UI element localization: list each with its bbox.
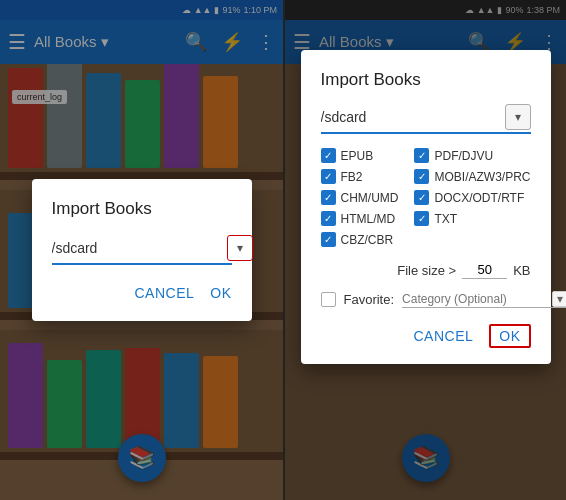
pdf-label: PDF/DJVU (434, 149, 493, 163)
right-cancel-button[interactable]: CANCEL (413, 328, 473, 344)
pdf-checkbox[interactable]: ✓ (414, 148, 429, 163)
mobi-label: MOBI/AZW3/PRC (434, 170, 530, 184)
fb2-checkbox[interactable]: ✓ (321, 169, 336, 184)
epub-label: EPUB (341, 149, 374, 163)
right-dialog-overlay: Import Books ▾ ✓ EPUB ✓ PDF/DJVU (285, 0, 566, 500)
fb2-label: FB2 (341, 170, 363, 184)
right-dialog-actions: CANCEL OK (321, 324, 531, 348)
left-ok-button[interactable]: OK (210, 285, 231, 301)
html-checkbox[interactable]: ✓ (321, 211, 336, 226)
left-panel: ☁ ▲▲ ▮ 91% 1:10 PM ☰ All Books ▾ 🔍 ⚡ ⋮ c… (0, 0, 283, 500)
checkbox-fb2[interactable]: ✓ FB2 (321, 169, 403, 184)
left-dialog-title: Import Books (52, 199, 232, 219)
mobi-checkbox[interactable]: ✓ (414, 169, 429, 184)
left-path-input-row: ▾ (52, 235, 232, 265)
favorite-label: Favorite: (344, 292, 395, 307)
right-panel: ☁ ▲▲ ▮ 90% 1:38 PM ☰ All Books ▾ 🔍 ⚡ ⋮ I… (285, 0, 566, 500)
checkbox-cbz[interactable]: ✓ CBZ/CBR (321, 232, 403, 247)
chevron-down-icon: ▾ (237, 241, 243, 255)
file-size-unit: KB (513, 263, 530, 278)
txt-checkbox[interactable]: ✓ (414, 211, 429, 226)
left-dialog-overlay: Import Books ▾ CANCEL OK (0, 0, 283, 500)
checkbox-html[interactable]: ✓ HTML/MD (321, 211, 403, 226)
right-dialog-title: Import Books (321, 70, 531, 90)
format-checkboxes: ✓ EPUB ✓ PDF/DJVU ✓ FB2 ✓ MOBI/AZW3/PRC … (321, 148, 531, 247)
right-path-input-row: ▾ (321, 104, 531, 134)
chm-label: CHM/UMD (341, 191, 399, 205)
category-dropdown-btn[interactable]: ▾ (552, 291, 566, 307)
chevron-down-icon: ▾ (515, 110, 521, 124)
left-path-input[interactable] (52, 240, 227, 256)
checkbox-mobi[interactable]: ✓ MOBI/AZW3/PRC (414, 169, 530, 184)
right-path-input[interactable] (321, 109, 505, 125)
checkbox-txt[interactable]: ✓ TXT (414, 211, 530, 226)
checkbox-epub[interactable]: ✓ EPUB (321, 148, 403, 163)
html-label: HTML/MD (341, 212, 396, 226)
left-dialog-actions: CANCEL OK (52, 285, 232, 301)
checkbox-docx[interactable]: ✓ DOCX/ODT/RTF (414, 190, 530, 205)
right-import-dialog: Import Books ▾ ✓ EPUB ✓ PDF/DJVU (301, 50, 551, 364)
category-input-row: ▾ (402, 291, 566, 308)
favorite-checkbox[interactable] (321, 292, 336, 307)
favorite-row: Favorite: ▾ (321, 291, 531, 308)
left-cancel-button[interactable]: CANCEL (134, 285, 194, 301)
epub-checkbox[interactable]: ✓ (321, 148, 336, 163)
file-size-row: File size > KB (321, 261, 531, 279)
right-dropdown-button[interactable]: ▾ (505, 104, 531, 130)
txt-label: TXT (434, 212, 457, 226)
right-ok-button[interactable]: OK (489, 324, 530, 348)
cbz-label: CBZ/CBR (341, 233, 394, 247)
docx-checkbox[interactable]: ✓ (414, 190, 429, 205)
category-input[interactable] (402, 292, 552, 306)
cbz-checkbox[interactable]: ✓ (321, 232, 336, 247)
file-size-input[interactable] (462, 261, 507, 279)
left-import-dialog: Import Books ▾ CANCEL OK (32, 179, 252, 321)
checkbox-pdf[interactable]: ✓ PDF/DJVU (414, 148, 530, 163)
left-dropdown-button[interactable]: ▾ (227, 235, 253, 261)
docx-label: DOCX/ODT/RTF (434, 191, 524, 205)
file-size-label: File size > (397, 263, 456, 278)
checkbox-chm[interactable]: ✓ CHM/UMD (321, 190, 403, 205)
chm-checkbox[interactable]: ✓ (321, 190, 336, 205)
